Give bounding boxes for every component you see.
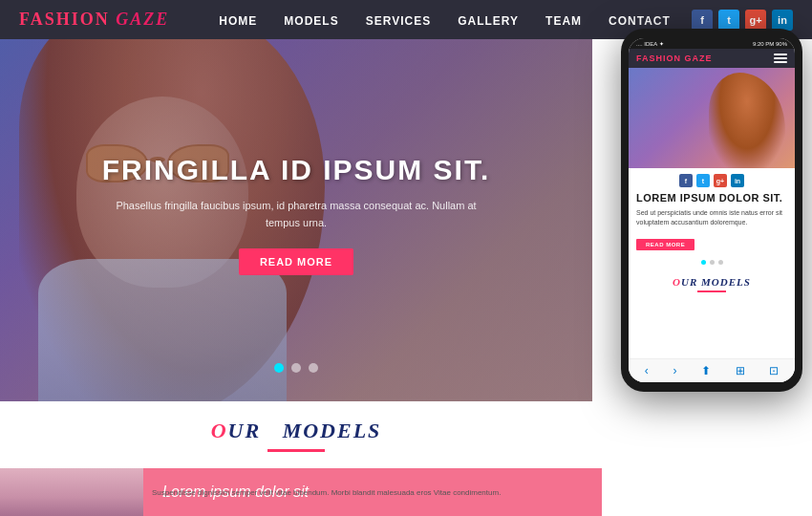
nav-gallery[interactable]: GALLERY bbox=[458, 14, 519, 28]
phone-hero-subtitle: Sed ut perspiciatis unde omnis iste natu… bbox=[636, 208, 787, 227]
google-plus-icon[interactable]: g+ bbox=[745, 10, 766, 31]
phone-hero bbox=[629, 68, 795, 168]
nav-home[interactable]: HOME bbox=[219, 14, 257, 28]
phone-hamburger-icon[interactable] bbox=[774, 54, 787, 63]
logo-part1: FASHION bbox=[19, 10, 110, 29]
phone-navbar: FASHION GAZE bbox=[629, 49, 795, 68]
phone-mockup: .... IDEA ✦ 9:20 PM 90% FASHION GAZE f t… bbox=[621, 29, 802, 392]
phone-twitter-icon[interactable]: t bbox=[696, 174, 710, 187]
nav-models[interactable]: MODELS bbox=[284, 14, 338, 28]
bottom-photo bbox=[0, 468, 143, 516]
site-logo[interactable]: FASHION GAZE bbox=[19, 10, 169, 30]
models-title: Our Models bbox=[211, 419, 382, 443]
phone-share-icon[interactable]: ⬆ bbox=[701, 364, 711, 377]
phone-google-plus-icon[interactable]: g+ bbox=[714, 174, 727, 187]
phone-logo: FASHION GAZE bbox=[636, 54, 713, 63]
hero-read-more-button[interactable]: READ MORE bbox=[239, 248, 353, 275]
phone-forward-icon[interactable]: › bbox=[673, 364, 676, 377]
phone-models-underline bbox=[697, 290, 726, 292]
phone-status-left: .... IDEA ✦ bbox=[636, 40, 664, 47]
phone-bookmarks-icon[interactable]: ⊞ bbox=[736, 364, 745, 377]
phone-models-title: Our Models bbox=[636, 276, 787, 288]
hero-title: FRINGILLA ID IPSUM SIT. bbox=[38, 154, 554, 186]
phone-social-row: f t g+ in bbox=[629, 168, 795, 191]
hero-subtitle: Phasellus fringilla faucibus ipsum, id p… bbox=[115, 198, 478, 231]
phone-dot-2[interactable] bbox=[710, 260, 715, 265]
nav-links: HOME MODELS SERVICES GALLERY TEAM CONTAC… bbox=[198, 11, 692, 29]
phone-carousel-dots bbox=[629, 256, 795, 269]
phone-dot-1[interactable] bbox=[701, 260, 706, 265]
facebook-icon[interactable]: f bbox=[692, 10, 713, 31]
phone-back-icon[interactable]: ‹ bbox=[645, 364, 649, 377]
phone-hero-text: LOREM IPSUM DOLOR SIT. Sed ut perspiciat… bbox=[629, 191, 795, 256]
phone-tabs-icon[interactable]: ⊡ bbox=[769, 364, 779, 377]
hero-content: FRINGILLA ID IPSUM SIT. Phasellus fringi… bbox=[38, 154, 554, 275]
social-icons: f t g+ in bbox=[692, 10, 793, 31]
phone-linkedin-icon[interactable]: in bbox=[731, 174, 744, 187]
logo-part2: GAZE bbox=[116, 10, 169, 29]
hero-carousel-dots bbox=[274, 363, 318, 373]
bottom-photo-gradient bbox=[0, 468, 143, 516]
twitter-icon[interactable]: t bbox=[718, 10, 739, 31]
phone-hero-title: LOREM IPSUM DOLOR SIT. bbox=[636, 191, 787, 204]
phone-screen: .... IDEA ✦ 9:20 PM 90% FASHION GAZE f t… bbox=[629, 38, 795, 382]
carousel-dot-3[interactable] bbox=[309, 363, 318, 373]
models-title-underline bbox=[267, 449, 325, 452]
hero-section: FRINGILLA ID IPSUM SIT. Phasellus fringi… bbox=[0, 39, 592, 401]
phone-bottom-bar: ‹ › ⬆ ⊞ ⊡ bbox=[629, 358, 795, 382]
nav-contact[interactable]: CONTACT bbox=[609, 14, 671, 28]
phone-models-section: Our Models bbox=[629, 269, 795, 300]
phone-dot-3[interactable] bbox=[718, 260, 723, 265]
linkedin-icon[interactable]: in bbox=[772, 10, 793, 31]
bottom-description: Suspendisse dignissim semper velit vitae… bbox=[148, 487, 597, 498]
phone-read-more-button[interactable]: READ MORE bbox=[636, 239, 694, 250]
carousel-dot-1[interactable] bbox=[274, 363, 284, 373]
phone-status-right: 9:20 PM 90% bbox=[753, 41, 787, 47]
phone-facebook-icon[interactable]: f bbox=[679, 174, 693, 187]
models-title-area: Our Models bbox=[211, 419, 382, 452]
phone-status-bar: .... IDEA ✦ 9:20 PM 90% bbox=[629, 38, 795, 49]
nav-team[interactable]: TEAM bbox=[545, 14, 582, 28]
carousel-dot-2[interactable] bbox=[291, 363, 301, 373]
nav-services[interactable]: SERVICES bbox=[366, 14, 431, 28]
